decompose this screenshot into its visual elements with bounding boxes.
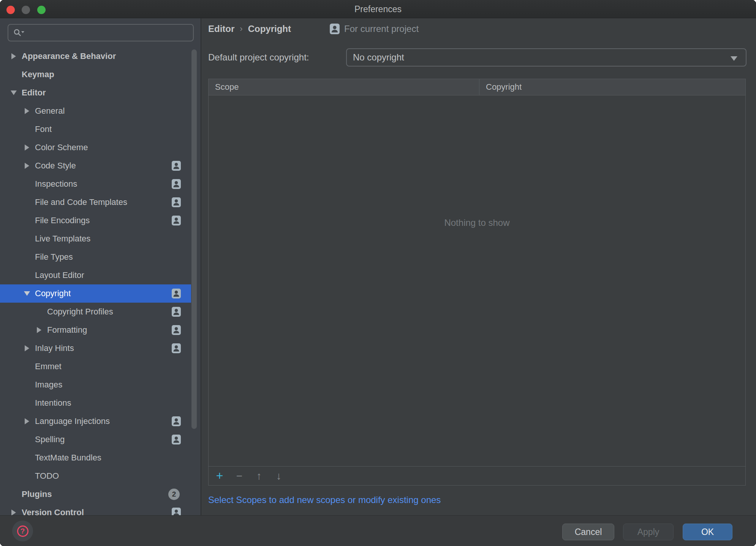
sidebar-item-label: TODO xyxy=(35,471,59,481)
per-project-icon xyxy=(172,325,181,335)
per-project-icon xyxy=(330,24,340,34)
sidebar-item-images[interactable]: Images xyxy=(0,376,201,394)
sidebar-item-inspections[interactable]: Inspections xyxy=(0,175,201,193)
sidebar-item-file-types[interactable]: File Types xyxy=(0,248,201,266)
sidebar-item-color-scheme[interactable]: Color Scheme xyxy=(0,138,201,157)
empty-table-message: Nothing to show xyxy=(209,217,745,228)
sidebar-item-label: Version Control xyxy=(22,508,84,515)
sidebar-item-label: Inlay Hints xyxy=(35,343,74,353)
chevron-down-icon xyxy=(731,56,737,61)
for-current-project-label: For current project xyxy=(344,24,419,34)
per-project-icon xyxy=(172,343,181,353)
sidebar-item-emmet[interactable]: Emmet xyxy=(0,357,201,376)
sidebar-item-label: Language Injections xyxy=(35,416,110,426)
sidebar-item-label: Code Style xyxy=(35,161,76,171)
sidebar-item-label: TextMate Bundles xyxy=(35,453,101,463)
settings-sidebar: Appearance & BehaviorKeymapEditorGeneral… xyxy=(0,18,201,515)
per-project-icon xyxy=(172,307,181,317)
sidebar-item-label: Plugins xyxy=(22,489,52,499)
remove-icon: − xyxy=(236,470,242,482)
per-project-icon xyxy=(172,216,181,225)
search-icon xyxy=(13,28,26,37)
sidebar-item-keymap[interactable]: Keymap xyxy=(0,65,201,84)
chevron-collapsed-icon[interactable] xyxy=(22,108,32,114)
chevron-collapsed-icon[interactable] xyxy=(22,144,32,151)
default-copyright-value: No copyright xyxy=(353,52,404,63)
ok-button[interactable]: OK xyxy=(683,524,732,540)
titlebar: Preferences xyxy=(0,0,756,18)
sidebar-item-editor[interactable]: Editor xyxy=(0,84,201,102)
sidebar-item-label: File Types xyxy=(35,252,73,262)
chevron-collapsed-icon[interactable] xyxy=(22,345,32,351)
chevron-collapsed-icon[interactable] xyxy=(22,163,32,169)
sidebar-item-label: Emmet xyxy=(35,362,62,371)
add-icon: + xyxy=(216,469,223,483)
apply-button[interactable]: Apply xyxy=(623,524,674,540)
sidebar-item-inlay-hints[interactable]: Inlay Hints xyxy=(0,339,201,357)
sidebar-item-label: General xyxy=(35,106,65,116)
arrow-up-icon: ↑ xyxy=(256,470,262,482)
settings-content: Editor › Copyright For current project D… xyxy=(202,18,756,515)
sidebar-item-copyright-profiles[interactable]: Copyright Profiles xyxy=(0,303,201,321)
sidebar-item-appearance-behavior[interactable]: Appearance & Behavior xyxy=(0,47,201,65)
sidebar-item-label: Copyright Profiles xyxy=(47,307,113,317)
sidebar-item-plugins[interactable]: Plugins2 xyxy=(0,485,201,503)
sidebar-item-label: Intentions xyxy=(35,398,71,408)
search-input[interactable] xyxy=(26,25,193,41)
default-copyright-select[interactable]: No copyright xyxy=(346,48,747,67)
sidebar-item-intentions[interactable]: Intentions xyxy=(0,394,201,412)
sidebar-item-label: File and Code Templates xyxy=(35,197,127,207)
remove-scope-button[interactable]: − xyxy=(233,470,246,483)
scopes-table-header: Scope Copyright xyxy=(209,79,745,95)
help-button[interactable]: ? xyxy=(12,521,33,541)
sidebar-item-copyright[interactable]: Copyright xyxy=(0,284,191,303)
sidebar-item-version-control[interactable]: Version Control xyxy=(0,503,201,515)
sidebar-item-spelling[interactable]: Spelling xyxy=(0,430,201,449)
default-copyright-label: Default project copyright: xyxy=(208,52,346,63)
column-header-scope[interactable]: Scope xyxy=(209,82,479,92)
column-header-copyright[interactable]: Copyright xyxy=(479,82,522,92)
breadcrumb-parent[interactable]: Editor xyxy=(208,24,234,34)
sidebar-item-formatting[interactable]: Formatting xyxy=(0,321,201,339)
sidebar-item-label: Keymap xyxy=(22,70,54,79)
chevron-expanded-icon[interactable] xyxy=(22,291,32,296)
sidebar-item-language-injections[interactable]: Language Injections xyxy=(0,412,201,430)
per-project-icon xyxy=(172,289,181,298)
search-field[interactable] xyxy=(8,24,194,41)
scopes-toolbar: + − ↑ ↓ xyxy=(209,466,745,485)
move-down-button[interactable]: ↓ xyxy=(272,470,285,483)
sidebar-item-todo[interactable]: TODO xyxy=(0,467,201,485)
select-scopes-link[interactable]: Select Scopes to add new scopes or modif… xyxy=(208,492,441,508)
column-divider[interactable] xyxy=(479,79,479,95)
per-project-icon xyxy=(172,508,181,515)
sidebar-item-layout-editor[interactable]: Layout Editor xyxy=(0,266,201,284)
arrow-down-icon: ↓ xyxy=(276,470,282,482)
move-up-button[interactable]: ↑ xyxy=(253,470,266,483)
scopes-table: Scope Copyright Nothing to show + − ↑ ↓ xyxy=(208,79,746,486)
sidebar-item-file-encodings[interactable]: File Encodings xyxy=(0,211,201,230)
footer-buttons: Cancel Apply OK xyxy=(562,524,732,540)
chevron-expanded-icon[interactable] xyxy=(9,90,18,95)
sidebar-item-font[interactable]: Font xyxy=(0,120,201,138)
chevron-collapsed-icon[interactable] xyxy=(9,53,18,59)
chevron-collapsed-icon[interactable] xyxy=(9,509,18,515)
sidebar-item-code-style[interactable]: Code Style xyxy=(0,157,201,175)
chevron-collapsed-icon[interactable] xyxy=(22,418,32,424)
preferences-window: Preferences Appearance & BehaviorKeymapE… xyxy=(0,0,756,546)
chevron-collapsed-icon[interactable] xyxy=(35,327,44,333)
sidebar-item-file-and-code-templates[interactable]: File and Code Templates xyxy=(0,193,201,211)
sidebar-item-label: Appearance & Behavior xyxy=(22,51,116,61)
breadcrumb-current: Copyright xyxy=(248,24,291,34)
window-title: Preferences xyxy=(0,0,756,18)
default-copyright-row: Default project copyright: No copyright xyxy=(208,48,747,67)
sidebar-item-general[interactable]: General xyxy=(0,102,201,120)
sidebar-item-label: Images xyxy=(35,380,62,390)
cancel-button[interactable]: Cancel xyxy=(562,524,614,540)
help-icon: ? xyxy=(17,525,28,537)
sidebar-item-label: Live Templates xyxy=(35,234,90,244)
per-project-icon xyxy=(172,179,181,189)
sidebar-item-textmate-bundles[interactable]: TextMate Bundles xyxy=(0,449,201,467)
sidebar-scrollbar-thumb[interactable] xyxy=(191,49,197,429)
sidebar-item-live-templates[interactable]: Live Templates xyxy=(0,230,201,248)
add-scope-button[interactable]: + xyxy=(213,470,226,483)
